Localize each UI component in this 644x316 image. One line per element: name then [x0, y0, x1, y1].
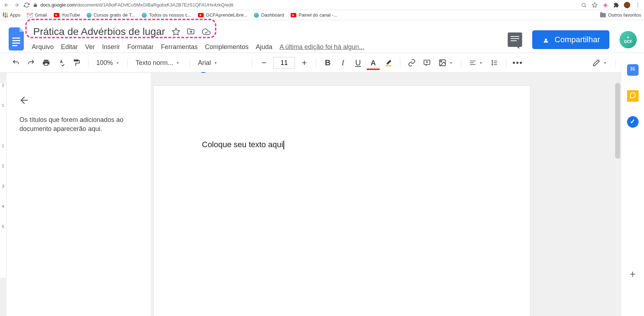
line-spacing-dropdown[interactable] — [489, 59, 500, 66]
lock-icon — [33, 3, 38, 8]
gmail-icon — [27, 13, 33, 17]
gmail-bookmark[interactable]: Gmail — [27, 12, 47, 18]
outline-panel: Os títulos que forem adicionados ao docu… — [6, 73, 151, 316]
dashboard-bookmark[interactable]: Dashboard — [254, 12, 284, 18]
star-icon[interactable] — [172, 27, 180, 36]
svg-marker-1 — [592, 3, 597, 7]
menu-editar[interactable]: Editar — [61, 43, 78, 52]
menu-formatar[interactable]: Formatar — [127, 43, 154, 52]
document-body-text[interactable]: Coloque seu texto aqui — [202, 140, 284, 149]
increase-font-icon[interactable]: + — [299, 57, 310, 69]
redo-icon[interactable] — [25, 57, 37, 69]
more-icon[interactable]: ••• — [512, 57, 524, 69]
print-icon[interactable] — [40, 57, 52, 69]
star-icon[interactable] — [591, 2, 598, 8]
calendar-icon[interactable] — [627, 64, 639, 76]
last-edit-link[interactable]: A última edição foi há algun... — [279, 43, 364, 52]
comments-icon[interactable] — [508, 32, 522, 47]
globe-icon — [87, 13, 92, 18]
todos-bookmark[interactable]: Todos os nossos c... — [142, 12, 191, 18]
reload-icon[interactable] — [23, 1, 30, 9]
docs-logo-icon[interactable] — [9, 27, 26, 51]
apps-grid-icon — [3, 13, 8, 17]
youtube-icon — [54, 13, 59, 17]
youtube-bookmark[interactable]: YouTube — [54, 12, 80, 18]
align-dropdown[interactable]: ▼ — [467, 59, 485, 66]
svg-rect-5 — [12, 43, 20, 44]
comment-icon[interactable] — [421, 57, 433, 69]
forward-icon[interactable] — [13, 1, 20, 9]
youtube-icon — [291, 13, 296, 17]
gcf-bookmark[interactable]: GCFAprendeLibre... — [198, 12, 248, 18]
editing-mode-dropdown[interactable]: ▼ — [590, 59, 609, 67]
apps-bookmark[interactable]: Apps — [3, 12, 21, 18]
globe-icon — [254, 13, 259, 18]
vertical-scrollbar[interactable] — [615, 83, 620, 159]
menu-ajuda[interactable]: Ajuda — [256, 43, 272, 52]
outline-back-icon[interactable] — [17, 93, 32, 107]
image-dropdown[interactable]: ▼ — [436, 59, 455, 67]
share-button-label: Compartilhar — [555, 35, 600, 44]
formatting-toolbar: 100%▼ Texto norm...▼ Arial▼ − 11 + B I U… — [0, 53, 644, 73]
zoom-icon[interactable] — [581, 2, 587, 8]
svg-rect-4 — [12, 40, 20, 41]
document-page[interactable]: Coloque seu texto aqui — [154, 86, 530, 316]
style-dropdown[interactable]: Texto norm...▼ — [133, 59, 184, 67]
italic-icon[interactable]: I — [337, 57, 349, 69]
text-color-icon[interactable]: A — [367, 57, 379, 69]
bold-icon[interactable]: B — [322, 57, 334, 69]
paint-format-icon[interactable] — [71, 57, 82, 69]
account-avatar[interactable]: ✦ GCF — [619, 31, 637, 48]
font-size-input[interactable]: 11 — [273, 57, 295, 69]
kebab-menu-icon[interactable]: ⋮ — [635, 2, 641, 8]
move-folder-icon[interactable] — [186, 27, 195, 36]
menu-ferramentas[interactable]: Ferramentas — [161, 43, 198, 52]
underline-icon[interactable]: U — [352, 57, 364, 69]
svg-point-0 — [582, 3, 585, 6]
menu-bar: Arquivo Editar Ver Inserir Formatar Ferr… — [32, 43, 508, 52]
zoom-dropdown[interactable]: 100%▼ — [94, 59, 122, 67]
bookmarks-bar: Apps Gmail YouTube Cursos gratis de T...… — [0, 10, 644, 20]
url-text: docs.google.com/document/d/1A9oiFADvfCu5… — [40, 2, 233, 8]
tasks-icon[interactable] — [627, 116, 639, 128]
document-title-input[interactable]: Prática de Advérbios de lugar — [32, 25, 167, 38]
menu-complementos[interactable]: Complementos — [205, 43, 248, 52]
puzzle-icon[interactable] — [613, 2, 619, 8]
address-bar[interactable]: docs.google.com/document/d/1A9oiFADvfCu5… — [33, 2, 578, 8]
svg-rect-6 — [12, 45, 17, 46]
spellcheck-icon[interactable] — [56, 57, 67, 69]
link-icon[interactable] — [406, 57, 418, 69]
svg-point-10 — [440, 61, 442, 62]
extension-icon[interactable]: ◈ — [602, 2, 609, 8]
cursos-bookmark[interactable]: Cursos gratis de T... — [87, 12, 135, 18]
side-panel: + — [621, 53, 644, 316]
menu-ver[interactable]: Ver — [85, 43, 95, 52]
globe-icon — [142, 13, 147, 18]
highlight-icon[interactable] — [383, 57, 394, 69]
docs-header: Prática de Advérbios de lugar Arquivo Ed… — [0, 20, 644, 53]
svg-rect-3 — [12, 38, 20, 39]
font-dropdown[interactable]: Arial▼ — [196, 59, 246, 67]
svg-marker-7 — [172, 28, 180, 35]
folder-icon — [600, 13, 606, 17]
back-icon[interactable] — [3, 1, 10, 9]
share-button[interactable]: Compartilhar — [532, 30, 609, 49]
undo-icon[interactable] — [10, 57, 22, 69]
painel-bookmark[interactable]: Painel do canal -... — [291, 12, 338, 18]
youtube-icon — [198, 13, 204, 17]
cloud-saved-icon[interactable] — [201, 27, 211, 36]
document-area: Os títulos que forem adicionados ao docu… — [0, 73, 621, 316]
menu-inserir[interactable]: Inserir — [102, 43, 120, 52]
vertical-ruler[interactable]: 2 1 1 2 3 4 5 — [0, 83, 6, 278]
keep-icon[interactable] — [627, 90, 639, 102]
decrease-font-icon[interactable]: − — [258, 57, 270, 69]
browser-toolbar: docs.google.com/document/d/1A9oiFADvfCu5… — [0, 0, 644, 10]
outros-favoritos-bookmark[interactable]: Outros favoritos — [600, 12, 641, 18]
add-addon-icon[interactable]: + — [630, 268, 635, 280]
menu-arquivo[interactable]: Arquivo — [32, 43, 54, 52]
outline-placeholder-text: Os títulos que forem adicionados ao docu… — [19, 115, 138, 133]
profile-avatar[interactable] — [624, 2, 630, 8]
